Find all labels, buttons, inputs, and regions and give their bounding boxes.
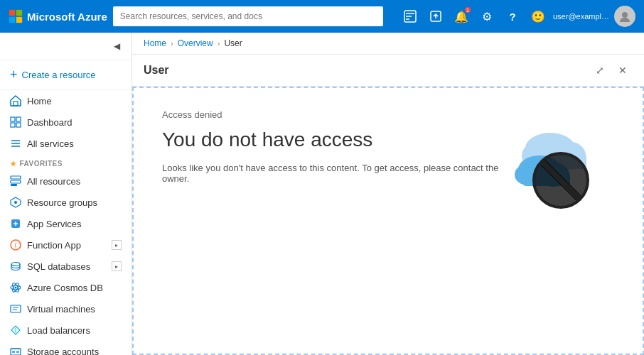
panel-title: User [144, 64, 169, 77]
close-icon: ✕ [618, 65, 627, 76]
notification-badge: 1 [465, 7, 471, 13]
sidebar-item-all-resources[interactable]: All resources [0, 170, 132, 192]
panel-header: User ⤢ ✕ [132, 55, 644, 87]
settings-button[interactable]: ⚙ [476, 6, 498, 27]
sidebar-item-sql-databases[interactable]: SQL databases ▸ [0, 256, 132, 277]
upload-button[interactable] [425, 6, 446, 27]
svg-rect-11 [16, 123, 21, 127]
nav-icons: 🔔 1 ⚙ ? 🙂 user@example.com [399, 6, 635, 27]
svg-rect-7 [14, 102, 18, 106]
svg-point-27 [15, 287, 17, 289]
sidebar-item-label: SQL databases [27, 261, 90, 272]
all-resources-icon [10, 175, 21, 187]
svg-rect-28 [11, 305, 21, 312]
sidebar-item-label: Function App [27, 240, 81, 251]
breadcrumb: Home › Overview › User [132, 33, 644, 55]
app-services-icon [10, 218, 21, 229]
svg-rect-16 [11, 180, 21, 183]
dashboard-icon [10, 116, 21, 128]
sidebar-item-load-balancers[interactable]: Load balancers [0, 320, 132, 341]
storage-accounts-icon [10, 346, 21, 355]
sql-databases-icon [10, 261, 21, 272]
svg-rect-10 [11, 123, 15, 127]
sidebar-item-label: Storage accounts [27, 346, 99, 356]
breadcrumb-home[interactable]: Home [144, 38, 166, 48]
sidebar-item-resource-groups[interactable]: Resource groups [0, 192, 132, 213]
function-app-expand[interactable]: ▸ [112, 240, 122, 250]
svg-rect-9 [16, 117, 21, 121]
breadcrumb-sep-2: › [218, 39, 220, 48]
sidebar-item-function-app[interactable]: ⟨⟩ Function App ▸ [0, 234, 132, 256]
access-denied-description: Looks like you don't have access to this… [162, 163, 503, 184]
svg-rect-8 [11, 117, 15, 121]
help-button[interactable]: ? [502, 6, 523, 27]
upload-icon [429, 10, 442, 23]
sidebar-item-label: App Services [27, 219, 82, 229]
sidebar-item-label: Dashboard [27, 117, 73, 128]
favorites-label: ★ FAVORITES [10, 160, 122, 168]
sidebar-item-dashboard[interactable]: Dashboard [0, 111, 132, 133]
cosmos-db-icon [10, 282, 21, 293]
sidebar-collapse-button[interactable]: ◀ [106, 36, 127, 57]
sidebar: ◀ + Create a resource Home Dashboard [0, 33, 132, 355]
sidebar-item-cosmos-db[interactable]: Azure Cosmos DB [0, 277, 132, 298]
panel-close-button[interactable]: ✕ [613, 60, 633, 80]
brand-logo[interactable]: Microsoft Azure [9, 9, 107, 23]
svg-rect-2 [9, 17, 15, 23]
expand-icon: ⤢ [596, 65, 604, 76]
sidebar-item-home[interactable]: Home [0, 90, 132, 111]
sidebar-item-label: Load balancers [27, 325, 90, 336]
sidebar-item-storage-accounts[interactable]: Storage accounts [0, 341, 132, 355]
svg-text:⟨⟩: ⟨⟩ [14, 241, 21, 249]
smile-icon: 🙂 [531, 10, 545, 23]
plus-icon: + [10, 67, 18, 82]
avatar-icon [618, 10, 631, 23]
create-resource-label: Create a resource [22, 70, 96, 80]
cloud-shell-icon [404, 10, 417, 23]
notifications-button[interactable]: 🔔 1 [451, 6, 472, 27]
top-nav: Microsoft Azure 🔔 1 ⚙ ? [0, 0, 644, 33]
sql-databases-expand[interactable]: ▸ [112, 261, 122, 271]
home-icon [10, 95, 21, 106]
breadcrumb-current: User [224, 38, 242, 48]
breadcrumb-overview[interactable]: Overview [178, 38, 213, 48]
cloud-shell-button[interactable] [399, 6, 421, 27]
svg-rect-34 [16, 351, 19, 353]
svg-rect-3 [16, 17, 22, 23]
panel-controls: ⤢ ✕ [590, 60, 633, 80]
favorites-section-header: ★ FAVORITES [0, 154, 132, 170]
cloud-block-icon [486, 109, 600, 223]
svg-rect-17 [11, 184, 17, 186]
resource-groups-icon [10, 197, 21, 208]
all-services-icon [10, 138, 21, 149]
sidebar-item-label: Home [27, 96, 52, 106]
sidebar-item-label: All services [27, 138, 74, 149]
function-app-icon: ⟨⟩ [10, 239, 21, 251]
svg-rect-1 [16, 10, 22, 16]
svg-point-23 [11, 263, 20, 266]
svg-rect-15 [11, 176, 21, 179]
sidebar-item-label: Resource groups [27, 197, 97, 208]
sidebar-item-all-services[interactable]: All services [0, 133, 132, 154]
panel-expand-button[interactable]: ⤢ [590, 60, 610, 80]
sidebar-item-label: Azure Cosmos DB [27, 283, 103, 293]
sidebar-item-virtual-machines[interactable]: Virtual machines [0, 298, 132, 320]
help-icon: ? [509, 11, 515, 23]
access-denied-panel: Access denied You do not have access Loo… [132, 87, 644, 355]
main-layout: ◀ + Create a resource Home Dashboard [0, 33, 644, 355]
create-resource-item[interactable]: + Create a resource [0, 60, 132, 90]
user-display-name: user@example.com [553, 12, 610, 21]
load-balancers-icon [10, 324, 21, 336]
main-content: Home › Overview › User User ⤢ ✕ Access d… [132, 33, 644, 355]
access-denied-illustration [486, 109, 600, 223]
avatar[interactable] [614, 6, 635, 27]
settings-icon: ⚙ [482, 10, 492, 23]
feedback-button[interactable]: 🙂 [527, 6, 549, 27]
sidebar-item-label: Virtual machines [27, 304, 95, 315]
sidebar-item-label: All resources [27, 176, 80, 187]
virtual-machines-icon [10, 303, 21, 315]
search-input[interactable] [113, 6, 383, 26]
sidebar-item-app-services[interactable]: App Services [0, 213, 132, 234]
svg-rect-33 [12, 351, 15, 353]
brand-text: Microsoft Azure [27, 11, 107, 23]
